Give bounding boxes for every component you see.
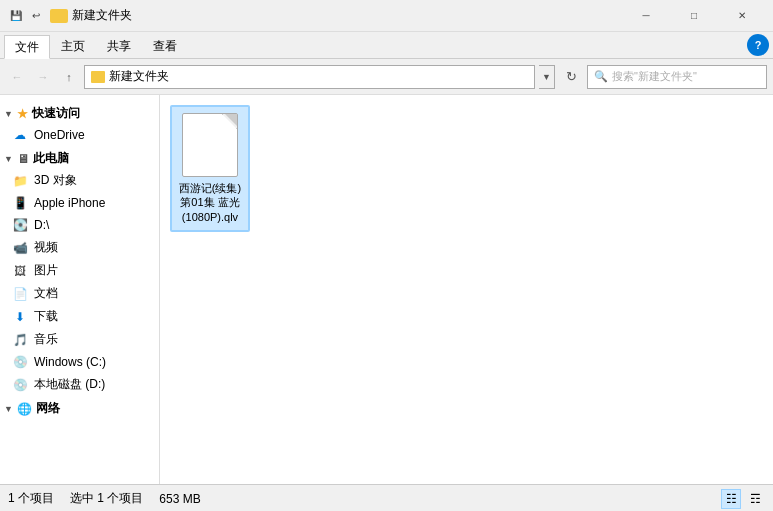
search-box[interactable]: 🔍 搜索"新建文件夹" <box>587 65 767 89</box>
3d-folder-icon: 📁 <box>12 173 28 189</box>
status-bar-right: ☷ ☶ <box>721 489 765 509</box>
sidebar-item-video[interactable]: 📹 视频 <box>0 236 159 259</box>
main-area: ▼ ★ 快速访问 ☁ OneDrive ▼ 🖥 此电脑 📁 3D 对象 📱 Ap… <box>0 95 773 484</box>
title-bar-title: 新建文件夹 <box>72 7 623 24</box>
network-label: 网络 <box>36 400 60 417</box>
local-disk-d-label: 本地磁盘 (D:) <box>34 376 105 393</box>
sidebar-item-d-drive[interactable]: 💽 D:\ <box>0 214 159 236</box>
sidebar-item-documents[interactable]: 📄 文档 <box>0 282 159 305</box>
downloads-label: 下载 <box>34 308 58 325</box>
tab-view[interactable]: 查看 <box>142 34 188 58</box>
refresh-button[interactable]: ↻ <box>559 65 583 89</box>
file-icon <box>182 113 238 177</box>
onedrive-label: OneDrive <box>34 128 85 142</box>
quick-access-arrow: ▼ <box>4 109 13 119</box>
address-dropdown-button[interactable]: ▼ <box>539 65 555 89</box>
documents-label: 文档 <box>34 285 58 302</box>
status-bar: 1 个项目 选中 1 个项目 653 MB ☷ ☶ <box>0 484 773 511</box>
address-bar: ← → ↑ 新建文件夹 ▼ ↻ 🔍 搜索"新建文件夹" <box>0 59 773 95</box>
downloads-icon: ⬇ <box>12 309 28 325</box>
ribbon: 文件 主页 共享 查看 ? <box>0 32 773 59</box>
d-drive-icon: 💽 <box>12 217 28 233</box>
network-icon: 🌐 <box>17 402 32 416</box>
sidebar-item-3d[interactable]: 📁 3D 对象 <box>0 169 159 192</box>
sidebar-this-pc-header[interactable]: ▼ 🖥 此电脑 <box>0 146 159 169</box>
windows-c-label: Windows (C:) <box>34 355 106 369</box>
minimize-button[interactable]: ─ <box>623 0 669 32</box>
status-size: 653 MB <box>159 492 200 506</box>
window-controls: ─ □ ✕ <box>623 0 765 32</box>
search-placeholder: 搜索"新建文件夹" <box>612 69 697 84</box>
this-pc-icon: 🖥 <box>17 152 29 166</box>
video-label: 视频 <box>34 239 58 256</box>
local-disk-d-icon: 💿 <box>12 377 28 393</box>
this-pc-arrow: ▼ <box>4 154 13 164</box>
ribbon-tabs: 文件 主页 共享 查看 ? <box>0 32 773 58</box>
documents-icon: 📄 <box>12 286 28 302</box>
maximize-button[interactable]: □ <box>671 0 717 32</box>
iphone-icon: 📱 <box>12 195 28 211</box>
file-item[interactable]: 西游记(续集) 第01集 蓝光 (1080P).qlv <box>170 105 250 232</box>
pictures-label: 图片 <box>34 262 58 279</box>
sidebar-item-apple-iphone[interactable]: 📱 Apple iPhone <box>0 192 159 214</box>
sidebar-item-music[interactable]: 🎵 音乐 <box>0 328 159 351</box>
grid-view-button[interactable]: ☶ <box>745 489 765 509</box>
sidebar-item-onedrive[interactable]: ☁ OneDrive <box>0 124 159 146</box>
tab-file[interactable]: 文件 <box>4 35 50 59</box>
window-icon-save: 💾 <box>8 9 24 23</box>
video-icon: 📹 <box>12 240 28 256</box>
tab-home[interactable]: 主页 <box>50 34 96 58</box>
sidebar-network-header[interactable]: ▼ 🌐 网络 <box>0 396 159 419</box>
status-selected: 选中 1 个项目 <box>70 490 143 507</box>
address-path[interactable]: 新建文件夹 <box>84 65 535 89</box>
title-bar-folder-icon <box>50 9 68 23</box>
music-label: 音乐 <box>34 331 58 348</box>
tab-share[interactable]: 共享 <box>96 34 142 58</box>
pictures-icon: 🖼 <box>12 263 28 279</box>
help-button[interactable]: ? <box>747 34 769 56</box>
list-view-button[interactable]: ☷ <box>721 489 741 509</box>
windows-c-icon: 💿 <box>12 354 28 370</box>
forward-button[interactable]: → <box>32 65 54 89</box>
title-bar-icons: 💾 ↩ <box>8 9 44 23</box>
3d-label: 3D 对象 <box>34 172 77 189</box>
sidebar-item-windows-c[interactable]: 💿 Windows (C:) <box>0 351 159 373</box>
d-drive-label: D:\ <box>34 218 49 232</box>
title-bar: 💾 ↩ 新建文件夹 ─ □ ✕ <box>0 0 773 32</box>
sidebar-item-local-disk-d[interactable]: 💿 本地磁盘 (D:) <box>0 373 159 396</box>
close-button[interactable]: ✕ <box>719 0 765 32</box>
sidebar-item-pictures[interactable]: 🖼 图片 <box>0 259 159 282</box>
back-button[interactable]: ← <box>6 65 28 89</box>
quick-access-label: 快速访问 <box>32 105 80 122</box>
sidebar: ▼ ★ 快速访问 ☁ OneDrive ▼ 🖥 此电脑 📁 3D 对象 📱 Ap… <box>0 95 160 484</box>
window-icon-undo: ↩ <box>28 9 44 23</box>
status-count: 1 个项目 <box>8 490 54 507</box>
file-area[interactable]: 西游记(续集) 第01集 蓝光 (1080P).qlv <box>160 95 773 484</box>
onedrive-icon: ☁ <box>12 127 28 143</box>
up-button[interactable]: ↑ <box>58 65 80 89</box>
file-name: 西游记(续集) 第01集 蓝光 (1080P).qlv <box>176 181 244 224</box>
this-pc-label: 此电脑 <box>33 150 69 167</box>
network-arrow: ▼ <box>4 404 13 414</box>
search-icon: 🔍 <box>594 70 608 83</box>
sidebar-quick-access-header[interactable]: ▼ ★ 快速访问 <box>0 101 159 124</box>
sidebar-item-downloads[interactable]: ⬇ 下载 <box>0 305 159 328</box>
quick-access-star-icon: ★ <box>17 107 28 121</box>
address-folder-icon <box>91 71 105 83</box>
music-icon: 🎵 <box>12 332 28 348</box>
address-path-text: 新建文件夹 <box>109 68 169 85</box>
iphone-label: Apple iPhone <box>34 196 105 210</box>
